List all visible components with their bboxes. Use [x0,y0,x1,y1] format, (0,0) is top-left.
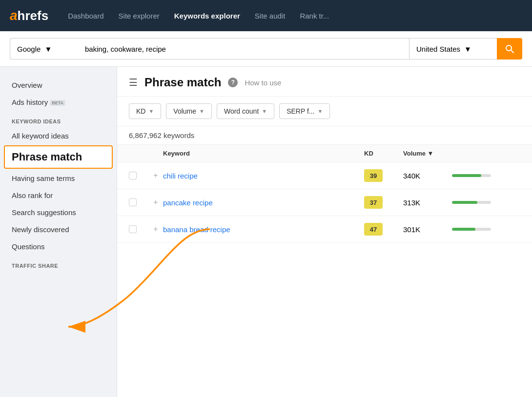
header-volume: Volume ▼ [403,150,452,157]
beta-badge: BETA [50,100,65,106]
filter-kd-caret: ▼ [148,108,154,114]
nav-dashboard[interactable]: Dashboard [68,12,103,20]
sidebar-item-also-rank-for[interactable]: Also rank for [0,187,117,204]
help-icon[interactable]: ? [228,78,238,87]
row2-add-btn[interactable]: + [148,198,163,207]
top-nav: ahrefs Dashboard Site explorer Keywords … [0,0,532,31]
sidebar-item-having-same-terms[interactable]: Having same terms [0,170,117,187]
sidebar-item-search-suggestions[interactable]: Search suggestions [0,204,117,221]
svg-line-1 [511,50,514,53]
filter-volume[interactable]: Volume ▼ [166,103,212,119]
nav-site-explorer[interactable]: Site explorer [119,12,160,20]
engine-label: Google [17,45,41,53]
table-row: + pancake recipe 37 313K [117,189,532,216]
row1-add-btn[interactable]: + [148,171,163,180]
row1-bar [452,174,520,177]
country-caret-icon: ▼ [464,45,471,53]
nav-site-audit[interactable]: Site audit [255,12,286,20]
how-to-use-link[interactable]: How to use [245,79,281,87]
main-content: ☰ Phrase match ? How to use KD ▼ Volume … [117,67,532,397]
content-header: ☰ Phrase match ? How to use [117,67,532,97]
row1-keyword[interactable]: chili recipe [163,172,364,180]
sidebar-section-keyword-ideas: KEYWORD IDEAS [0,111,117,127]
sidebar: Overview Ads historyBETA KEYWORD IDEAS A… [0,67,117,397]
filter-word-count[interactable]: Word count ▼ [217,103,274,119]
row2-volume: 313K [403,198,452,207]
search-icon [505,44,514,54]
filter-volume-caret: ▼ [199,108,205,114]
engine-select[interactable]: Google ▼ [10,38,78,60]
row2-keyword[interactable]: pancake recipe [163,198,364,207]
search-bar: Google ▼ United States ▼ [0,31,532,67]
table-row: + chili recipe 39 340K [117,162,532,189]
sidebar-item-newly-discovered[interactable]: Newly discovered [0,221,117,238]
row2-kd-badge: 37 [364,196,383,209]
filter-serp-caret: ▼ [318,108,323,114]
filter-serp-label: SERP f... [286,107,314,115]
logo-a: a [10,8,18,23]
engine-caret-icon: ▼ [44,45,52,53]
country-label: United States [416,45,460,53]
filter-kd[interactable]: KD ▼ [129,103,161,119]
row3-checkbox[interactable] [129,225,148,233]
filter-kd-label: KD [136,107,145,115]
logo: ahrefs [10,8,48,23]
row2-bar [452,201,520,204]
row3-add-btn[interactable]: + [148,225,163,234]
filter-word-count-label: Word count [224,107,259,115]
sidebar-item-ads-history[interactable]: Ads historyBETA [0,94,117,111]
logo-hrefs: hrefs [18,8,49,23]
filters-row: KD ▼ Volume ▼ Word count ▼ SERP f... ▼ [117,97,532,126]
header-kd: KD [364,150,403,157]
nav-rank-tracker[interactable]: Rank tr... [300,12,329,20]
search-input[interactable] [78,38,409,60]
nav-keywords-explorer[interactable]: Keywords explorer [174,12,240,20]
ads-history-label: Ads history [12,98,48,106]
row2-kd: 37 [364,196,403,209]
row3-volume: 301K [403,225,452,234]
table-header: Keyword KD Volume ▼ [117,145,532,162]
row3-keyword-wrap: banana bread recipe [163,225,364,234]
filter-serp[interactable]: SERP f... ▼ [279,103,330,119]
keywords-count: 6,867,962 keywords [117,126,532,145]
page-wrapper: ahrefs Dashboard Site explorer Keywords … [0,0,532,397]
filter-volume-label: Volume [173,107,196,115]
sidebar-item-all-keyword-ideas[interactable]: All keyword ideas [0,127,117,144]
filter-word-count-caret: ▼ [262,108,267,114]
row3-keyword[interactable]: banana bread recipe [163,225,230,234]
sidebar-section-traffic-share: TRAFFIC SHARE [0,255,117,272]
row1-checkbox[interactable] [129,172,148,179]
table-row: + banana bread recipe 47 301K [117,216,532,243]
hamburger-icon[interactable]: ☰ [129,77,138,88]
country-select[interactable]: United States ▼ [409,38,497,60]
row1-volume: 340K [403,172,452,180]
search-button[interactable] [497,38,522,60]
header-keyword: Keyword [163,150,364,157]
row3-kd: 47 [364,223,403,236]
main-layout: Overview Ads historyBETA KEYWORD IDEAS A… [0,67,532,397]
sidebar-item-phrase-match[interactable]: Phrase match [4,145,113,169]
row1-kd-badge: 39 [364,169,383,182]
sidebar-item-overview[interactable]: Overview [0,77,117,94]
row1-kd: 39 [364,169,403,182]
content-title: Phrase match [144,76,221,89]
sidebar-item-questions[interactable]: Questions [0,238,117,255]
row3-bar [452,228,520,231]
row2-checkbox[interactable] [129,198,148,206]
row3-kd-badge: 47 [364,223,383,236]
